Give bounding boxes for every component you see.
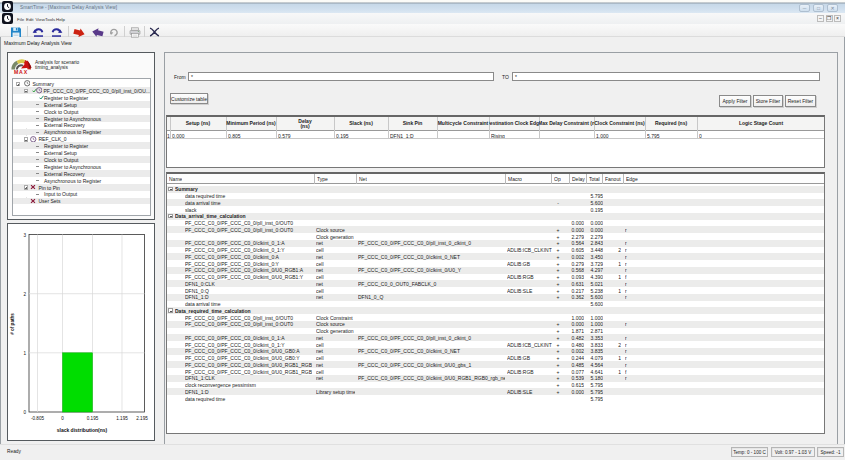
svg-text:0: 0 bbox=[23, 410, 26, 415]
svg-text:1.195: 1.195 bbox=[116, 416, 128, 421]
svg-text:0: 0 bbox=[61, 416, 64, 421]
svg-text:0.195: 0.195 bbox=[87, 416, 99, 421]
svg-text:3: 3 bbox=[23, 233, 26, 238]
svg-text:2.195: 2.195 bbox=[136, 416, 148, 421]
svg-text:slack distribution(ns): slack distribution(ns) bbox=[57, 427, 108, 433]
svg-text:# of paths: # of paths bbox=[10, 313, 15, 335]
svg-text:-0.805: -0.805 bbox=[31, 416, 44, 421]
svg-text:2: 2 bbox=[23, 292, 26, 297]
svg-text:1: 1 bbox=[23, 351, 26, 356]
